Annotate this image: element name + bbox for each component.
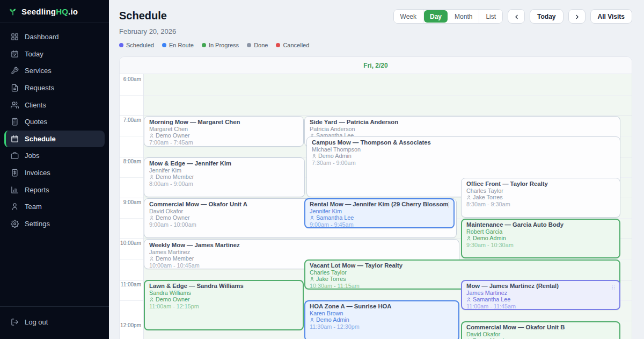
event-card[interactable]: Commercial Mow — Okafor Unit BDavid Okaf… — [461, 321, 620, 339]
event-title: Rental Mow — Jennifer Kim (29 Cherry Blo… — [310, 201, 449, 208]
event-title: Vacant Lot Mow — Taylor Realty — [310, 262, 615, 269]
event-card[interactable]: Mow — James Martinez (Rental)James Marti… — [461, 280, 620, 310]
event-assignee: Demo Owner — [149, 296, 298, 302]
chevron-right-icon — [574, 13, 580, 20]
sidebar-item-team[interactable]: Team — [4, 198, 105, 215]
event-time: 11:30am - 12:30pm — [310, 323, 454, 330]
event-time: 11:00am - 12:15pm — [149, 303, 298, 309]
event-card[interactable]: Morning Mow — Margaret ChenMargaret Chen… — [144, 116, 304, 147]
sidebar-item-label: Reports — [25, 186, 49, 194]
all-visits-button[interactable]: All Visits — [590, 9, 632, 24]
event-client: Karen Brown — [310, 310, 454, 316]
seedling-logo-icon — [9, 7, 17, 16]
sidebar-item-label: Settings — [25, 220, 50, 228]
person-icon — [149, 297, 154, 302]
sidebar-item-label: Services — [25, 67, 52, 75]
status-dot — [247, 43, 251, 47]
sidebar-nav: DashboardTodayServicesRequestsClientsQuo… — [0, 23, 109, 306]
event-time: 9:00am - 9:45am — [310, 221, 449, 228]
event-client: James Martinez — [466, 290, 615, 296]
settings-icon — [11, 220, 19, 228]
team-icon — [11, 203, 19, 211]
next-day-button[interactable] — [568, 9, 586, 24]
event-title: Weekly Mow — James Martinez — [149, 242, 454, 249]
legend-item-done: Done — [247, 42, 268, 48]
event-card[interactable]: HOA Zone A — Sunrise HOAKaren BrownDemo … — [304, 300, 459, 339]
event-title: Commercial Mow — Okafor Unit B — [466, 324, 615, 331]
person-icon — [466, 236, 471, 241]
person-icon — [310, 215, 314, 220]
event-title: Office Front — Taylor Realty — [466, 181, 615, 187]
status-legend: ScheduledEn RouteIn ProgressDoneCancelle… — [119, 42, 309, 48]
half-hour-gridline — [120, 95, 632, 96]
drag-handle-icon[interactable] — [611, 284, 616, 291]
event-title: Maintenance — Garcia Auto Body — [466, 221, 615, 228]
event-assignee: Demo Admin — [466, 235, 615, 241]
legend-item-en-route: En Route — [162, 42, 194, 48]
page-date: February 20, 2026 — [119, 27, 176, 35]
page-title: Schedule — [119, 10, 167, 22]
event-assignee: Demo Admin — [312, 153, 615, 159]
time-label: 10:00am — [120, 240, 141, 246]
sidebar-item-clients[interactable]: Clients — [4, 96, 105, 113]
jobs-icon — [11, 152, 19, 160]
sidebar-item-label: Jobs — [25, 152, 39, 160]
event-time: 9:30am - 10:30am — [466, 242, 615, 248]
event-title: HOA Zone A — Sunrise HOA — [310, 303, 454, 310]
sidebar-item-settings[interactable]: Settings — [4, 215, 105, 233]
event-card[interactable]: Maintenance — Garcia Auto BodyRobert Gar… — [461, 219, 620, 258]
event-assignee: Jake Torres — [466, 194, 615, 200]
sidebar-item-label: Dashboard — [25, 33, 59, 41]
today-button[interactable]: Today — [530, 9, 563, 24]
event-client: James Martinez — [149, 249, 454, 255]
event-client: Charles Taylor — [466, 187, 615, 194]
services-icon — [11, 67, 19, 75]
sidebar-item-label: Quotes — [25, 118, 47, 126]
event-assignee: Demo Owner — [149, 132, 298, 139]
view-tab-day[interactable]: Day — [424, 10, 448, 23]
view-tab-month[interactable]: Month — [448, 10, 479, 23]
legend-item-scheduled: Scheduled — [119, 42, 154, 48]
status-dot — [162, 43, 166, 47]
legend-label: Done — [254, 42, 268, 48]
event-client: Charles Taylor — [310, 269, 615, 276]
status-dot — [119, 43, 123, 47]
logout-button[interactable]: Log out — [4, 313, 105, 330]
sidebar-item-requests[interactable]: Requests — [4, 80, 105, 97]
person-icon — [310, 318, 314, 322]
person-icon — [149, 133, 154, 138]
person-icon — [310, 277, 314, 282]
event-time: 11:00am - 11:45am — [466, 303, 615, 309]
requests-icon — [11, 84, 19, 92]
person-icon — [312, 154, 317, 158]
sidebar-item-schedule[interactable]: Schedule — [4, 131, 105, 148]
dashboard-icon — [11, 33, 19, 41]
legend-label: Scheduled — [126, 42, 154, 48]
sidebar-item-label: Invoices — [25, 169, 50, 177]
event-client: Patricia Anderson — [310, 126, 615, 132]
event-client: Robert Garcia — [466, 228, 615, 235]
sidebar-item-label: Requests — [25, 84, 54, 92]
toolbar: WeekDayMonthList Today All Visits — [393, 9, 632, 24]
sidebar-item-dashboard[interactable]: Dashboard — [4, 28, 105, 46]
person-icon — [149, 256, 154, 261]
sidebar-item-reports[interactable]: Reports — [4, 181, 105, 198]
sidebar-item-invoices[interactable]: Invoices — [4, 164, 105, 182]
event-client: David Okafor — [466, 331, 615, 337]
sidebar-item-quotes[interactable]: Quotes — [4, 113, 105, 131]
person-icon — [466, 195, 471, 200]
event-card[interactable]: Office Front — Taylor RealtyCharles Tayl… — [461, 178, 620, 218]
legend-label: En Route — [169, 42, 194, 48]
view-tab-week[interactable]: Week — [394, 10, 423, 23]
person-icon — [149, 215, 154, 220]
sidebar-item-services[interactable]: Services — [4, 62, 105, 80]
sidebar-item-today[interactable]: Today — [4, 46, 105, 63]
event-card[interactable]: Lawn & Edge — Sandra WilliamsSandra Will… — [144, 280, 304, 330]
event-card[interactable]: Mow & Edge — Jennifer KimJennifer KimDem… — [144, 157, 305, 197]
sidebar-item-jobs[interactable]: Jobs — [4, 147, 105, 164]
event-card[interactable]: Rental Mow — Jennifer Kim (29 Cherry Blo… — [304, 198, 455, 228]
prev-day-button[interactable] — [508, 9, 525, 24]
legend-item-in-progress: In Progress — [202, 42, 239, 48]
view-tab-list[interactable]: List — [479, 10, 502, 23]
schedule-icon — [11, 135, 19, 143]
